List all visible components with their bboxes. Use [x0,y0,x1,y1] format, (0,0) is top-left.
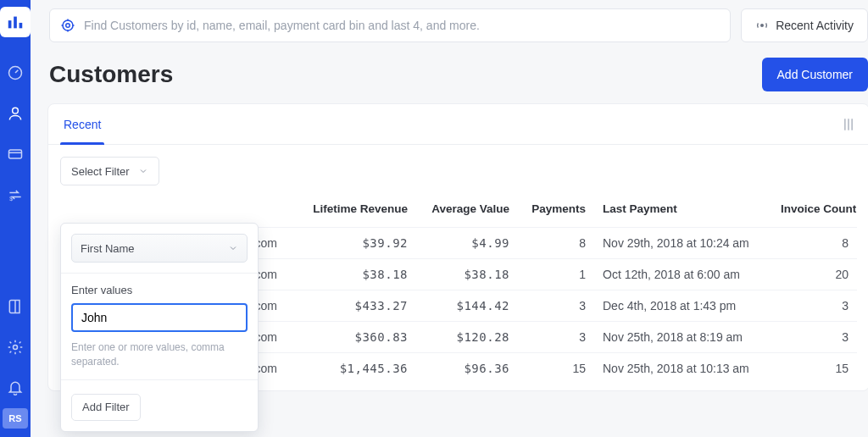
svg-text:$: $ [9,196,13,202]
svg-point-7 [14,346,18,350]
card-icon [7,146,24,163]
page-title: Customers [49,61,173,88]
recent-activity-label: Recent Activity [776,19,854,32]
cell-lifetime: $39.92 [298,228,416,259]
chevron-down-icon [138,166,148,176]
cell-lifetime: $38.18 [298,259,416,290]
user-icon [7,105,24,122]
cell-invoice-count: 15 [772,353,857,384]
th-avg-value[interactable]: Average Value [416,194,518,228]
search-box[interactable] [49,8,731,42]
cell-payments: 3 [518,290,594,322]
cell-payments: 15 [518,353,594,384]
cell-last-payment: Nov 25th, 2018 at 10:13 am [594,353,772,384]
svg-rect-2 [19,23,23,28]
cell-lifetime: $360.83 [298,322,416,353]
svg-point-8 [63,20,73,30]
svg-point-10 [761,25,764,27]
customers-card: Recent Select Filter [47,103,868,391]
th-last-payment[interactable]: Last Payment [594,194,772,228]
cell-invoice-count: 20 [772,259,857,290]
select-filter-label: Select Filter [71,165,130,178]
nav-payments[interactable] [2,141,29,168]
bar-chart-icon [6,13,25,31]
th-payments[interactable]: Payments [518,194,594,228]
sidebar: $ RS [0,0,31,437]
broadcast-icon [755,19,769,32]
nav-docs[interactable] [2,293,29,320]
nav-dashboard[interactable] [2,59,29,86]
recent-activity-button[interactable]: Recent Activity [741,8,868,42]
cell-invoice-count: 3 [772,290,857,322]
search-target-icon [60,18,75,33]
cell-avg: $38.18 [416,259,518,290]
filter-values-label: Enter values [71,284,248,296]
filter-hint: Enter one or more values, comma separate… [71,340,248,369]
cell-payments: 1 [518,259,594,290]
svg-rect-0 [8,20,12,28]
book-icon [7,298,24,315]
cell-lifetime: $1,445.36 [298,353,416,384]
cell-payments: 3 [518,322,594,353]
nav-notifications[interactable] [2,374,29,401]
cell-avg: $120.28 [416,322,518,353]
svg-point-4 [13,108,19,113]
gear-icon [7,339,24,356]
cell-invoice-count: 8 [772,228,857,259]
nav-transactions[interactable]: $ [2,181,29,208]
chevron-down-icon [228,243,238,253]
select-filter-button[interactable]: Select Filter [60,157,159,185]
cell-last-payment: Nov 25th, 2018 at 8:19 am [594,322,772,353]
cell-lifetime: $433.27 [298,290,416,322]
search-input[interactable] [84,19,720,32]
filter-field-label: First Name [81,242,135,255]
filter-popover: First Name Enter values Enter one or mor… [60,223,259,432]
nav-settings[interactable] [2,334,29,361]
svg-point-9 [66,24,70,28]
svg-rect-1 [14,17,17,29]
tab-recent[interactable]: Recent [60,104,104,144]
bell-icon [7,379,24,396]
transfer-icon: $ [7,186,24,203]
add-filter-button[interactable]: Add Filter [71,394,141,421]
th-lifetime-revenue[interactable]: Lifetime Revenue [298,194,416,228]
cell-invoice-count: 3 [772,322,857,353]
th-invoice-count[interactable]: Invoice Count [772,194,857,228]
filter-field-select[interactable]: First Name [71,234,248,263]
cell-last-payment: Dec 4th, 2018 at 1:43 pm [594,290,772,322]
cell-last-payment: Nov 29th, 2018 at 10:24 am [594,228,772,259]
cell-payments: 8 [518,228,594,259]
nav-customers[interactable] [2,100,29,127]
svg-rect-5 [9,150,22,158]
user-badge[interactable]: RS [3,408,28,429]
cell-avg: $96.36 [416,353,518,384]
columns-icon[interactable] [840,116,857,133]
cell-last-payment: Oct 12th, 2018 at 6:00 am [594,259,772,290]
gauge-icon [7,64,24,81]
cell-avg: $4.99 [416,228,518,259]
logo[interactable] [0,7,31,37]
cell-avg: $144.42 [416,290,518,322]
add-customer-button[interactable]: Add Customer [762,58,868,91]
filter-value-input[interactable] [71,303,248,332]
